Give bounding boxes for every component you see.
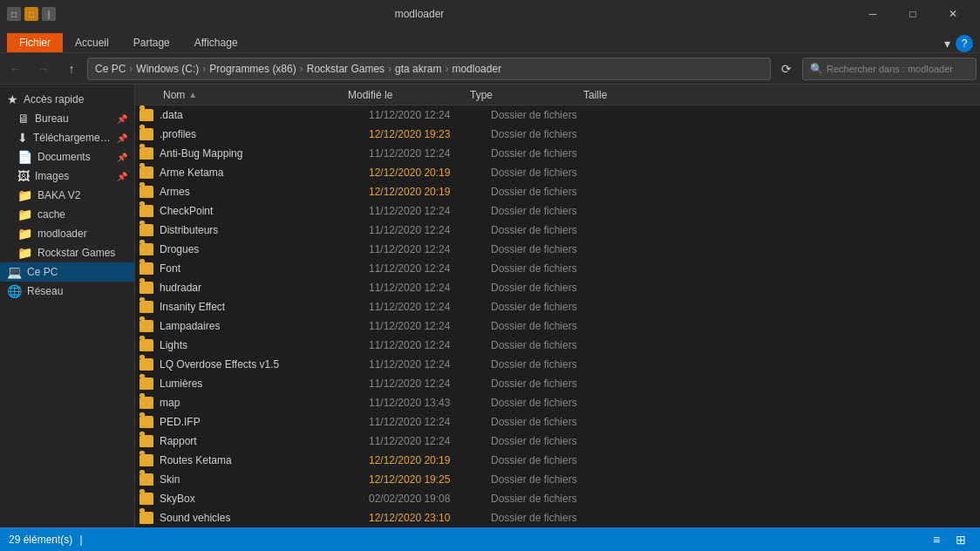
table-row[interactable]: Font 11/12/2020 12:24 Dossier de fichier… [135, 259, 980, 278]
tab-accueil[interactable]: Accueil [63, 31, 121, 52]
file-name: hudradar [160, 282, 369, 294]
path-ce-pc[interactable]: Ce PC [95, 63, 126, 75]
table-row[interactable]: Lampadaires 11/12/2020 12:24 Dossier de … [135, 316, 980, 336]
status-separator: | [79, 534, 82, 546]
address-path[interactable]: Ce PC › Windows (C:) › Programmes (x86) … [87, 58, 771, 80]
table-row[interactable]: Armes 12/12/2020 20:19 Dossier de fichie… [135, 182, 980, 201]
sidebar-item-ce-pc[interactable]: 💻 Ce PC [0, 262, 134, 282]
file-name: Anti-Bug Mapping [160, 147, 369, 160]
path-sep-2: › [202, 63, 206, 75]
tab-partage[interactable]: Partage [121, 31, 182, 52]
address-bar: ← → ↑ Ce PC › Windows (C:) › Programmes … [0, 53, 980, 85]
table-row[interactable]: Distributeurs 11/12/2020 12:24 Dossier d… [135, 221, 980, 240]
file-modified: 11/12/2020 12:24 [369, 262, 491, 275]
file-name: Sound vehicles [160, 512, 369, 524]
file-modified: 11/12/2020 12:24 [369, 416, 491, 428]
table-row[interactable]: map 11/12/2020 13:43 Dossier de fichiers [135, 393, 980, 412]
sidebar-documents-label: Documents [37, 151, 112, 163]
view-list-button[interactable]: ≡ [926, 530, 947, 549]
sidebar-item-rockstar[interactable]: 📁 Rockstar Games [0, 243, 134, 262]
back-button[interactable]: ← [3, 58, 28, 80]
table-row[interactable]: Insanity Effect 11/12/2020 12:24 Dossier… [135, 297, 980, 316]
up-button[interactable]: ↑ [59, 58, 84, 80]
table-row[interactable]: Rapport 11/12/2020 12:24 Dossier de fich… [135, 432, 980, 451]
col-header-size[interactable]: Taille [583, 89, 653, 101]
sidebar-item-modloader[interactable]: 📁 modloader [0, 224, 134, 243]
file-type: Dossier de fichiers [491, 301, 604, 313]
col-header-type[interactable]: Type [470, 89, 583, 101]
table-row[interactable]: .data 11/12/2020 12:24 Dossier de fichie… [135, 105, 980, 125]
table-row[interactable]: CheckPoint 11/12/2020 12:24 Dossier de f… [135, 201, 980, 221]
sidebar-telechargements-label: Téléchargements [33, 132, 112, 144]
table-row[interactable]: Anti-Bug Mapping 11/12/2020 12:24 Dossie… [135, 144, 980, 163]
sidebar-item-cache[interactable]: 📁 cache [0, 205, 134, 224]
file-modified: 12/12/2020 23:10 [369, 512, 491, 524]
quick-access-label: Accès rapide [24, 93, 127, 105]
ribbon-expand-icon[interactable]: ▾ [944, 37, 950, 51]
path-rockstar[interactable]: Rockstar Games [307, 63, 385, 75]
images-icon: 🖼 [17, 169, 30, 183]
file-type: Dossier de fichiers [491, 493, 604, 505]
search-placeholder: Rechercher dans : modloader [827, 64, 953, 74]
file-type: Dossier de fichiers [491, 473, 604, 486]
file-name: Armes [160, 186, 369, 198]
col-header-modified[interactable]: Modifié le [348, 89, 470, 101]
table-row[interactable]: Lights 11/12/2020 12:24 Dossier de fichi… [135, 336, 980, 355]
forward-button[interactable]: → [31, 58, 56, 80]
help-button[interactable]: ? [956, 35, 973, 52]
maximize-button[interactable]: □ [893, 0, 933, 28]
sidebar-item-bureau[interactable]: 🖥 Bureau 📌 [0, 109, 134, 128]
file-name: Lights [160, 339, 369, 351]
folder-icon [139, 357, 154, 372]
folder-icon [139, 222, 154, 238]
table-row[interactable]: Arme Ketama 12/12/2020 20:19 Dossier de … [135, 163, 980, 182]
file-type: Dossier de fichiers [491, 512, 604, 524]
file-type: Dossier de fichiers [491, 378, 604, 390]
cache-icon: 📁 [17, 207, 32, 221]
path-gta-akram[interactable]: gta akram [395, 63, 441, 75]
file-modified: 11/12/2020 12:24 [369, 301, 491, 313]
table-row[interactable]: LQ Overdose Effects v1.5 11/12/2020 12:2… [135, 355, 980, 374]
path-programmes[interactable]: Programmes (x86) [209, 63, 296, 75]
file-type: Dossier de fichiers [491, 186, 604, 198]
file-name: Drogues [160, 243, 369, 255]
ce-pc-icon: 💻 [7, 265, 22, 279]
close-button[interactable]: ✕ [933, 0, 973, 28]
tab-fichier[interactable]: Fichier [7, 33, 63, 52]
table-row[interactable]: Drogues 11/12/2020 12:24 Dossier de fich… [135, 240, 980, 259]
folder-icon [139, 491, 154, 507]
table-row[interactable]: Skin 12/12/2020 19:25 Dossier de fichier… [135, 470, 980, 489]
path-modloader[interactable]: modloader [452, 63, 501, 75]
sidebar-item-quick-access-header[interactable]: ★ Accès rapide [0, 90, 134, 109]
tab-affichage[interactable]: Affichage [182, 31, 250, 52]
file-type: Dossier de fichiers [491, 243, 604, 255]
sidebar-ce-pc-label: Ce PC [27, 266, 127, 278]
minimize-button[interactable]: ─ [853, 0, 893, 28]
view-grid-button[interactable]: ⊞ [950, 530, 971, 549]
sidebar-images-label: Images [35, 170, 112, 182]
sidebar-item-reseau[interactable]: 🌐 Réseau [0, 282, 134, 301]
file-type: Dossier de fichiers [491, 282, 604, 294]
table-row[interactable]: hudradar 11/12/2020 12:24 Dossier de fic… [135, 278, 980, 297]
sidebar-item-images[interactable]: 🖼 Images 📌 [0, 167, 134, 186]
refresh-button[interactable]: ⟳ [774, 58, 799, 80]
table-row[interactable]: Routes Ketama 12/12/2020 20:19 Dossier d… [135, 451, 980, 470]
col-header-name[interactable]: Nom ▲ [139, 89, 348, 101]
table-row[interactable]: .profiles 12/12/2020 19:23 Dossier de fi… [135, 125, 980, 144]
file-type: Dossier de fichiers [491, 416, 604, 428]
table-row[interactable]: Sound vehicles 12/12/2020 23:10 Dossier … [135, 508, 980, 527]
sidebar-cache-label: cache [37, 208, 127, 221]
file-modified: 11/12/2020 12:24 [369, 339, 491, 351]
sidebar-item-telechargements[interactable]: ⬇ Téléchargements 📌 [0, 128, 134, 147]
file-type: Dossier de fichiers [491, 167, 604, 179]
table-row[interactable]: SkyBox 02/02/2020 19:08 Dossier de fichi… [135, 489, 980, 508]
table-row[interactable]: PED.IFP 11/12/2020 12:24 Dossier de fich… [135, 412, 980, 432]
file-modified: 11/12/2020 12:24 [369, 320, 491, 332]
sidebar-item-baka[interactable]: 📁 BAKA V2 [0, 186, 134, 205]
search-box[interactable]: 🔍 Rechercher dans : modloader [802, 58, 977, 80]
sidebar-item-documents[interactable]: 📄 Documents 📌 [0, 147, 134, 167]
file-modified: 11/12/2020 12:24 [369, 205, 491, 217]
path-windows[interactable]: Windows (C:) [136, 63, 199, 75]
file-modified: 02/02/2020 19:08 [369, 493, 491, 505]
table-row[interactable]: Lumières 11/12/2020 12:24 Dossier de fic… [135, 374, 980, 393]
